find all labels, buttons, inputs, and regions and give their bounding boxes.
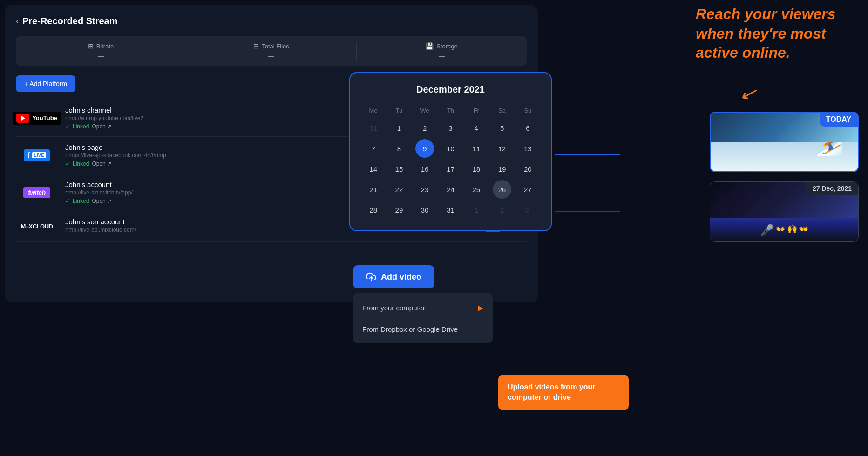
twitch-info: John's account rtmp://live-sin.twitch.tv… [65, 181, 353, 204]
check-icon: ✓ [65, 123, 70, 130]
files-icon: ⊟ [253, 42, 259, 50]
cal-day[interactable]: 3 [441, 119, 460, 137]
youtube-url: rtmp://a.rtmp.youtube.com/live2 [65, 115, 353, 121]
cal-day[interactable]: 14 [364, 160, 383, 178]
facebook-open-link[interactable]: Open ↗ [92, 161, 112, 167]
cal-day[interactable]: 1 [390, 119, 408, 137]
cal-day[interactable]: 2 [415, 119, 434, 137]
connector-today [555, 154, 620, 155]
facebook-logo: f LIVE [16, 149, 58, 161]
dropdown-menu: From your computer ▶ From Dropbox or Goo… [353, 293, 493, 343]
cal-header-fr: Fr [464, 104, 488, 117]
calendar-grid: Mo Tu We Th Fr Sa Su 31 1 2 3 4 5 6 7 8 … [361, 104, 540, 219]
mixcloud-account-name: John's son account [65, 218, 267, 226]
cal-day[interactable]: 15 [390, 160, 408, 178]
stat-storage: 💾 Storage — [357, 42, 527, 60]
cal-day[interactable]: 31 [441, 201, 460, 219]
cal-header-mo: Mo [361, 104, 385, 117]
cal-day[interactable]: 11 [467, 139, 486, 158]
cal-header-tu: Tu [387, 104, 411, 117]
today-card[interactable]: ⛷️ TODAY [710, 112, 859, 172]
back-nav: ‹ Pre-Recorded Stream [16, 16, 527, 27]
promo-arrow-icon: ↙ [738, 80, 758, 105]
facebook-url: rtmps://live-api-s.facebook.com:443/rtmp [65, 152, 353, 159]
cal-day[interactable]: 27 [518, 180, 537, 199]
today-badge: TODAY [820, 113, 858, 127]
twitch-logo: twitch [16, 187, 58, 198]
add-video-button[interactable]: Add video [353, 265, 434, 288]
twitch-account-name: John's account [65, 181, 353, 188]
stat-total-files: ⊟ Total Files — [186, 42, 357, 60]
cal-day-highlighted[interactable]: 26 [493, 180, 511, 199]
twitch-linked: ✓ Linked Open ↗ [65, 198, 353, 204]
cal-day[interactable]: 3 [518, 201, 537, 219]
cal-day[interactable]: 21 [364, 180, 383, 199]
connector-dec [555, 211, 620, 212]
total-files-value: — [268, 53, 274, 60]
cal-day[interactable]: 10 [441, 139, 460, 158]
cal-day[interactable]: 25 [467, 180, 486, 199]
cal-day[interactable]: 4 [467, 119, 486, 137]
twitch-open-link[interactable]: Open ↗ [92, 198, 112, 204]
stats-bar: ⊞ Bitrate — ⊟ Total Files — 💾 Storage — [16, 36, 527, 66]
dec-badge: 27 Dec, 2021 [806, 182, 858, 195]
cal-day[interactable]: 5 [493, 119, 511, 137]
stat-bitrate: ⊞ Bitrate — [16, 42, 186, 60]
cal-day[interactable]: 18 [467, 160, 486, 178]
cal-day-selected[interactable]: 9 [415, 139, 434, 158]
facebook-info: John's page rtmps://live-api-s.facebook.… [65, 143, 353, 167]
cal-day[interactable]: 1 [467, 201, 486, 219]
cal-day[interactable]: 22 [390, 180, 408, 199]
cal-day[interactable]: 16 [415, 160, 434, 178]
dec-card[interactable]: 🎤👐🙌👐 27 Dec, 2021 [710, 181, 859, 242]
cal-header-we: We [413, 104, 437, 117]
back-button[interactable]: ‹ [16, 16, 19, 26]
check-icon: ✓ [65, 198, 70, 204]
dec-card-image: 🎤👐🙌👐 27 Dec, 2021 [710, 182, 858, 241]
cal-day[interactable]: 31 [364, 119, 383, 137]
storage-value: — [439, 53, 445, 60]
upload-tooltip: Upload videos from your computer or driv… [498, 375, 629, 410]
cal-day[interactable]: 23 [415, 180, 434, 199]
youtube-open-link[interactable]: Open ↗ [92, 123, 112, 130]
cal-day[interactable]: 24 [441, 180, 460, 199]
calendar-month-year: December 2021 [361, 84, 540, 95]
youtube-info: John's channel rtmp://a.rtmp.youtube.com… [65, 106, 353, 130]
facebook-page-name: John's page [65, 143, 353, 151]
upload-icon [366, 272, 376, 282]
storage-icon: 💾 [426, 42, 434, 50]
cal-day[interactable]: 2 [493, 201, 511, 219]
add-platform-button[interactable]: + Add Platform [16, 75, 75, 92]
mixcloud-url: rtmp://live-api.mixcloud.com/ [65, 227, 267, 233]
check-icon: ✓ [65, 161, 70, 167]
mixcloud-logo: M–XCLOUD [16, 223, 58, 230]
youtube-channel-name: John's channel [65, 106, 353, 114]
cal-header-th: Th [439, 104, 462, 117]
cal-day[interactable]: 12 [493, 139, 511, 158]
bitrate-icon: ⊞ [88, 42, 94, 50]
page-title: Pre-Recorded Stream [22, 16, 118, 27]
dropdown-from-drive[interactable]: From Dropbox or Google Drive [353, 319, 493, 340]
cal-day[interactable]: 30 [415, 201, 434, 219]
calendar: December 2021 Mo Tu We Th Fr Sa Su 31 1 … [349, 72, 552, 231]
cal-day[interactable]: 7 [364, 139, 383, 158]
facebook-linked: ✓ Linked Open ↗ [65, 161, 353, 167]
bitrate-value: — [98, 53, 104, 60]
cal-day[interactable]: 17 [441, 160, 460, 178]
today-card-image: ⛷️ TODAY [711, 113, 858, 171]
cal-day[interactable]: 29 [390, 201, 408, 219]
twitch-url: rtmp://live-sin.twitch.tv/app/ [65, 189, 353, 196]
cal-day[interactable]: 13 [518, 139, 537, 158]
youtube-logo: YouTube [16, 112, 58, 125]
youtube-linked: ✓ Linked Open ↗ [65, 123, 353, 130]
cal-day[interactable]: 6 [518, 119, 537, 137]
cal-day[interactable]: 8 [390, 139, 408, 158]
mixcloud-info: John's son account rtmp://live-api.mixcl… [65, 218, 267, 235]
promo-text: Reach your viewers when they're most act… [696, 5, 854, 63]
cal-day[interactable]: 19 [493, 160, 511, 178]
cal-day[interactable]: 28 [364, 201, 383, 219]
cal-day[interactable]: 20 [518, 160, 537, 178]
dropdown-from-computer[interactable]: From your computer ▶ [353, 297, 493, 319]
dropdown-arrow-icon: ▶ [478, 303, 483, 312]
cal-header-su: Su [516, 104, 540, 117]
